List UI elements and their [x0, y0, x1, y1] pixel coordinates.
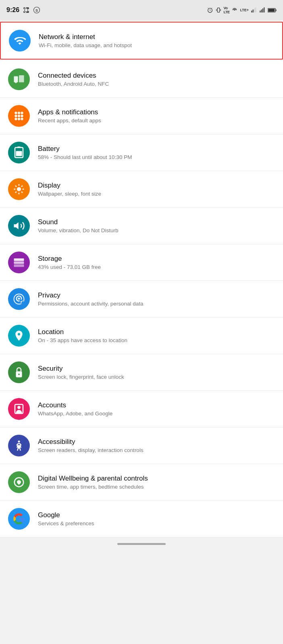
settings-item-apps[interactable]: Apps & notificationsRecent apps, default… [0, 98, 283, 134]
svg-rect-31 [16, 151, 22, 156]
item-subtitle-accessibility: Screen readers, display, interaction con… [38, 447, 144, 453]
svg-rect-0 [25, 8, 28, 12]
location-icon [8, 325, 30, 347]
bottom-bar [0, 537, 283, 550]
nav-handle [117, 543, 166, 545]
item-subtitle-display: Wallpaper, sleep, font size [38, 191, 101, 197]
item-title-location: Location [38, 328, 127, 336]
volte-icon: VoLTE [224, 6, 230, 14]
svg-rect-9 [255, 7, 256, 12]
item-title-privacy: Privacy [38, 291, 144, 299]
svg-point-40 [18, 374, 20, 375]
shazam-icon: S [33, 6, 40, 14]
settings-item-sound[interactable]: SoundVolume, vibration, Do Not Disturb [0, 208, 283, 244]
svg-point-24 [18, 115, 20, 117]
svg-text:S: S [35, 8, 38, 12]
item-title-battery: Battery [38, 145, 132, 153]
status-bar-right: VoLTE LTE+ [207, 6, 277, 14]
battery-icon [268, 8, 277, 13]
svg-rect-6 [251, 10, 252, 12]
item-subtitle-sound: Volume, vibration, Do Not Disturb [38, 227, 119, 233]
settings-item-privacy[interactable]: PrivacyPermissions, account activity, pe… [0, 281, 283, 318]
svg-point-37 [18, 297, 20, 299]
svg-point-21 [18, 111, 20, 114]
svg-point-27 [18, 118, 20, 120]
settings-item-storage[interactable]: Storage43% used - 73.01 GB free [0, 244, 283, 281]
item-subtitle-privacy: Permissions, account activity, personal … [38, 301, 144, 307]
settings-item-google[interactable]: GoogleServices & preferences [0, 501, 283, 537]
svg-rect-35 [14, 264, 24, 267]
vibrate-icon [215, 7, 222, 13]
svg-rect-17 [14, 76, 18, 83]
svg-point-20 [15, 111, 17, 114]
item-title-accounts: Accounts [38, 401, 112, 409]
svg-rect-11 [261, 10, 262, 12]
item-subtitle-accounts: WhatsApp, Adobe, and Google [38, 411, 112, 417]
svg-rect-4 [217, 8, 219, 12]
storage-icon [8, 252, 30, 273]
settings-item-accessibility[interactable]: AccessibilityScreen readers, display, in… [0, 427, 283, 464]
svg-rect-30 [17, 147, 21, 148]
google-icon [8, 508, 30, 530]
status-time: 9:26 [6, 6, 19, 14]
item-subtitle-connected-devices: Bluetooth, Android Auto, NFC [38, 81, 109, 87]
privacy-icon [8, 288, 30, 310]
settings-item-security[interactable]: SecurityScreen lock, fingerprint, face u… [0, 354, 283, 391]
screenshot-icon [23, 6, 30, 14]
hotspot-icon [231, 7, 238, 13]
item-subtitle-digital-wellbeing: Screen time, app timers, bedtime schedul… [38, 484, 148, 490]
svg-point-19 [15, 82, 17, 83]
svg-rect-8 [254, 8, 255, 12]
svg-rect-12 [262, 8, 263, 12]
svg-rect-33 [14, 258, 24, 261]
settings-item-battery[interactable]: Battery58% - Should last until about 10:… [0, 134, 283, 171]
battery-icon [8, 142, 30, 163]
connected-icon [8, 68, 30, 90]
item-title-security: Security [38, 365, 124, 373]
accounts-icon [8, 398, 30, 420]
sound-icon [8, 215, 30, 237]
settings-item-display[interactable]: DisplayWallpaper, sleep, font size [0, 171, 283, 208]
accessibility-icon [8, 435, 30, 456]
status-bar: 9:26 S VoLTE [0, 0, 283, 20]
item-title-accessibility: Accessibility [38, 438, 144, 446]
svg-point-26 [15, 118, 17, 120]
wellbeing-icon [8, 471, 30, 493]
svg-point-5 [234, 10, 235, 11]
item-title-google: Google [38, 511, 94, 519]
svg-rect-10 [260, 10, 260, 12]
svg-point-42 [17, 406, 21, 409]
svg-rect-34 [14, 262, 24, 264]
svg-rect-7 [253, 10, 254, 12]
svg-point-22 [21, 111, 23, 114]
lte-icon: LTE+ [240, 8, 249, 12]
alarm-icon [207, 7, 213, 13]
settings-item-network[interactable]: Network & internetWi-Fi, mobile, data us… [0, 22, 283, 60]
settings-item-accounts[interactable]: AccountsWhatsApp, Adobe, and Google [0, 391, 283, 427]
svg-rect-18 [19, 75, 24, 83]
settings-item-connected-devices[interactable]: Connected devicesBluetooth, Android Auto… [0, 61, 283, 98]
item-title-network: Network & internet [39, 33, 132, 41]
settings-item-location[interactable]: LocationOn - 35 apps have access to loca… [0, 318, 283, 354]
item-subtitle-network: Wi-Fi, mobile, data usage, and hotspot [39, 42, 132, 48]
security-icon [8, 361, 30, 383]
svg-rect-16 [268, 9, 275, 12]
svg-rect-13 [264, 7, 264, 12]
apps-icon [8, 105, 30, 127]
item-subtitle-battery: 58% - Should last until about 10:30 PM [38, 154, 132, 160]
status-bar-left: 9:26 S [6, 6, 40, 14]
settings-item-digital-wellbeing[interactable]: Digital Wellbeing & parental controlsScr… [0, 464, 283, 501]
item-title-apps: Apps & notifications [38, 108, 101, 116]
wifi-icon [9, 30, 31, 52]
signal2-icon [259, 7, 266, 13]
svg-point-23 [15, 115, 17, 117]
svg-point-32 [17, 187, 21, 191]
item-title-digital-wellbeing: Digital Wellbeing & parental controls [38, 475, 148, 483]
svg-point-43 [18, 441, 20, 443]
svg-point-28 [21, 118, 23, 120]
item-title-storage: Storage [38, 255, 101, 263]
item-subtitle-google: Services & preferences [38, 520, 94, 526]
item-subtitle-storage: 43% used - 73.01 GB free [38, 264, 101, 270]
svg-rect-15 [275, 9, 276, 11]
item-title-display: Display [38, 182, 101, 190]
